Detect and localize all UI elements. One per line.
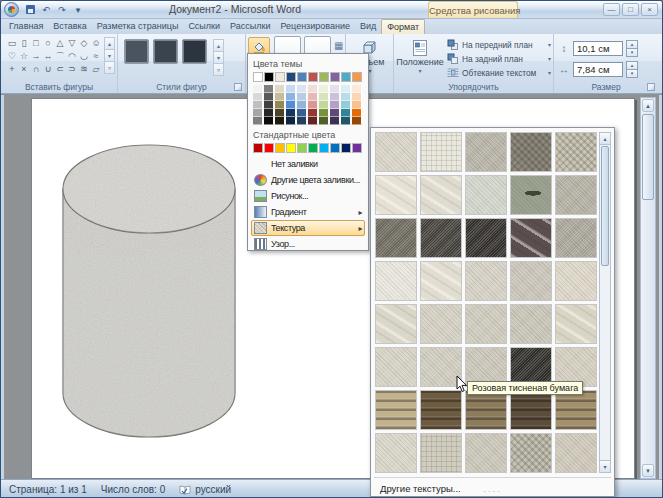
texture-swatch[interactable] [375, 433, 417, 473]
texture-swatch[interactable] [375, 304, 417, 344]
shape-tool-icon[interactable]: ◠ [66, 50, 78, 63]
tab-Вставка[interactable]: Вставка [48, 19, 91, 34]
shape-tool-icon[interactable]: □ [30, 37, 42, 50]
theme-color-tint-swatch[interactable] [275, 93, 285, 101]
shape-style-preset[interactable] [124, 39, 149, 64]
theme-color-tint-swatch[interactable] [330, 109, 340, 117]
standard-color-swatch[interactable] [253, 143, 263, 153]
close-button[interactable]: × [641, 3, 658, 16]
fill-menu-item-4[interactable]: Текстура▸ [251, 220, 365, 236]
theme-color-tint-swatch[interactable] [253, 101, 263, 109]
texture-swatch[interactable] [510, 132, 552, 172]
theme-color-tint-swatch[interactable] [253, 93, 263, 101]
standard-color-swatch[interactable] [319, 143, 329, 153]
texture-swatch[interactable] [375, 261, 417, 301]
office-button[interactable] [4, 2, 19, 17]
tab-Формат[interactable]: Формат [381, 19, 425, 34]
standard-color-swatch[interactable] [341, 143, 351, 153]
fill-menu-item-5[interactable]: Узор... [251, 236, 365, 252]
theme-color-tint-swatch[interactable] [264, 85, 274, 93]
shape-tool-icon[interactable]: ☺ [90, 37, 102, 50]
shape-tool-icon[interactable]: ▯ [18, 37, 30, 50]
texture-swatch[interactable] [420, 132, 462, 172]
shape-tool-icon[interactable]: ○ [42, 37, 54, 50]
texture-swatch[interactable] [555, 261, 597, 301]
texture-swatch[interactable] [375, 347, 417, 387]
bring-to-front-button[interactable]: На передний план ▾ [447, 38, 551, 52]
theme-color-tint-swatch[interactable] [319, 101, 329, 109]
spin-down-icon[interactable]: ▾ [626, 69, 638, 78]
theme-color-tint-swatch[interactable] [330, 117, 340, 125]
shape-tool-icon[interactable]: ⊂ [54, 63, 66, 76]
theme-color-tint-swatch[interactable] [352, 101, 362, 109]
word-count-indicator[interactable]: Число слов: 0 [101, 484, 165, 495]
texture-swatch[interactable] [510, 218, 552, 258]
shape-style-preset[interactable] [153, 39, 178, 64]
theme-color-tint-swatch[interactable] [264, 109, 274, 117]
shape-tool-icon[interactable]: → [30, 50, 42, 63]
scrollbar-thumb[interactable] [601, 146, 609, 266]
theme-color-tint-swatch[interactable] [264, 117, 274, 125]
fill-menu-item-0[interactable]: Нет заливки [251, 156, 365, 172]
theme-color-tint-swatch[interactable] [341, 117, 351, 125]
theme-color-tint-swatch[interactable] [297, 93, 307, 101]
shape-tool-icon[interactable]: + [6, 63, 18, 76]
shape-tool-icon[interactable]: ⊃ [66, 63, 78, 76]
scroll-down-icon[interactable]: ▾ [600, 460, 610, 472]
texture-swatch[interactable] [510, 175, 552, 215]
shape-tool-icon[interactable]: ⌒ [54, 50, 66, 63]
texture-swatch[interactable] [375, 218, 417, 258]
theme-color-tint-swatch[interactable] [286, 85, 296, 93]
theme-color-tint-swatch[interactable] [297, 101, 307, 109]
page-count-indicator[interactable]: Страница: 1 из 1 [9, 484, 87, 495]
shape-tool-icon[interactable]: ♡ [6, 50, 18, 63]
resize-grip[interactable]: ···· [371, 489, 614, 496]
texture-swatch[interactable] [375, 390, 417, 430]
fill-menu-item-1[interactable]: Другие цвета заливки... [251, 172, 365, 188]
scrollbar-thumb[interactable] [642, 114, 654, 200]
standard-color-swatch[interactable] [297, 143, 307, 153]
theme-color-tint-swatch[interactable] [264, 101, 274, 109]
theme-color-tint-swatch[interactable] [308, 109, 318, 117]
texture-swatch[interactable] [420, 304, 462, 344]
theme-color-tint-swatch[interactable] [286, 101, 296, 109]
dialog-launcher-icon[interactable] [647, 83, 655, 91]
shape-tool-icon[interactable]: ◡ [78, 50, 90, 63]
theme-color-tint-swatch[interactable] [297, 117, 307, 125]
theme-color-tint-swatch[interactable] [319, 117, 329, 125]
shape-tool-icon[interactable]: ≈ [90, 50, 102, 63]
theme-color-tint-swatch[interactable] [275, 85, 285, 93]
theme-color-tint-swatch[interactable] [297, 109, 307, 117]
texture-swatch[interactable] [555, 218, 597, 258]
texture-swatch[interactable] [375, 175, 417, 215]
texture-swatch[interactable] [555, 132, 597, 172]
texture-swatch[interactable] [465, 175, 507, 215]
theme-color-tint-swatch[interactable] [308, 101, 318, 109]
theme-color-tint-swatch[interactable] [308, 85, 318, 93]
theme-color-tint-swatch[interactable] [352, 93, 362, 101]
texture-swatch[interactable] [420, 175, 462, 215]
theme-color-swatch[interactable] [275, 72, 285, 82]
fill-menu-item-3[interactable]: Градиент▸ [251, 204, 365, 220]
texture-swatch[interactable] [510, 261, 552, 301]
gallery-more-icon[interactable]: ▿ [213, 63, 224, 76]
standard-color-swatch[interactable] [275, 143, 285, 153]
theme-color-tint-swatch[interactable] [275, 109, 285, 117]
tab-Рецензирование[interactable]: Рецензирование [275, 19, 355, 34]
theme-color-tint-swatch[interactable] [352, 109, 362, 117]
text-wrapping-button[interactable]: Обтекание текстом ▾ [447, 66, 551, 80]
theme-color-tint-swatch[interactable] [286, 117, 296, 125]
theme-color-swatch[interactable] [297, 72, 307, 82]
theme-color-tint-swatch[interactable] [319, 93, 329, 101]
theme-color-swatch[interactable] [286, 72, 296, 82]
theme-color-tint-swatch[interactable] [286, 93, 296, 101]
texture-swatch[interactable] [420, 261, 462, 301]
texture-swatch[interactable] [465, 218, 507, 258]
theme-color-tint-swatch[interactable] [286, 109, 296, 117]
theme-color-swatch[interactable] [308, 72, 318, 82]
texture-swatch[interactable] [420, 218, 462, 258]
texture-swatch[interactable] [420, 390, 462, 430]
theme-color-tint-swatch[interactable] [352, 117, 362, 125]
theme-color-tint-swatch[interactable] [275, 101, 285, 109]
texture-swatch[interactable] [555, 390, 597, 430]
